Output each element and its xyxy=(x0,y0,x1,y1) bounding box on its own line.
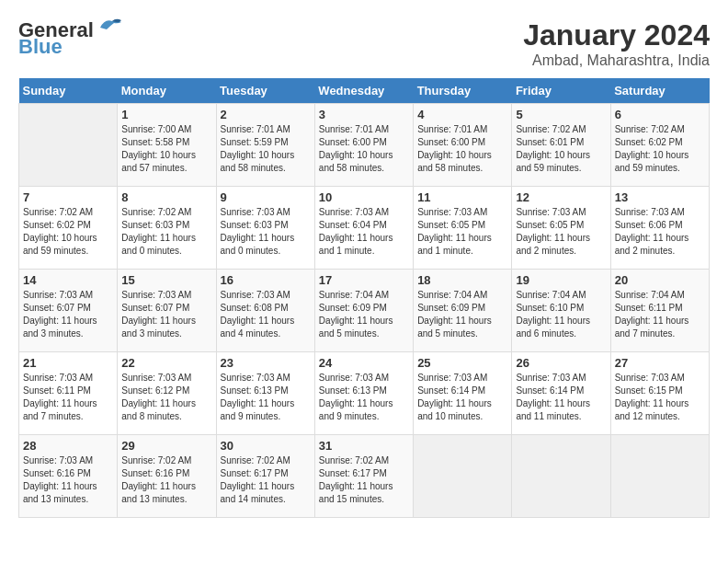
calendar-cell xyxy=(512,435,610,518)
calendar-cell: 9Sunrise: 7:03 AM Sunset: 6:03 PM Daylig… xyxy=(216,187,314,270)
day-info: Sunrise: 7:03 AM Sunset: 6:16 PM Dayligh… xyxy=(23,454,113,506)
day-info: Sunrise: 7:02 AM Sunset: 6:02 PM Dayligh… xyxy=(615,123,705,175)
location: Ambad, Maharashtra, India xyxy=(523,52,710,69)
day-number: 29 xyxy=(121,439,211,453)
calendar-cell: 12Sunrise: 7:03 AM Sunset: 6:05 PM Dayli… xyxy=(512,187,610,270)
day-number: 1 xyxy=(121,108,211,121)
day-info: Sunrise: 7:03 AM Sunset: 6:15 PM Dayligh… xyxy=(615,372,705,423)
calendar-cell: 25Sunrise: 7:03 AM Sunset: 6:14 PM Dayli… xyxy=(414,352,512,435)
calendar-week-row: 28Sunrise: 7:03 AM Sunset: 6:16 PM Dayli… xyxy=(19,435,710,518)
header-tuesday: Tuesday xyxy=(216,78,314,104)
calendar-cell: 26Sunrise: 7:03 AM Sunset: 6:14 PM Dayli… xyxy=(512,352,610,435)
day-number: 20 xyxy=(615,273,705,287)
day-number: 18 xyxy=(417,273,507,287)
day-info: Sunrise: 7:03 AM Sunset: 6:14 PM Dayligh… xyxy=(417,372,507,423)
day-number: 6 xyxy=(615,108,705,121)
day-info: Sunrise: 7:03 AM Sunset: 6:07 PM Dayligh… xyxy=(121,289,211,340)
day-info: Sunrise: 7:04 AM Sunset: 6:11 PM Dayligh… xyxy=(615,289,705,340)
day-number: 19 xyxy=(516,273,606,287)
day-info: Sunrise: 7:03 AM Sunset: 6:03 PM Dayligh… xyxy=(221,206,311,258)
calendar-cell: 8Sunrise: 7:02 AM Sunset: 6:03 PM Daylig… xyxy=(118,187,216,270)
day-number: 12 xyxy=(516,190,606,204)
day-info: Sunrise: 7:04 AM Sunset: 6:10 PM Dayligh… xyxy=(516,289,606,340)
calendar-cell: 7Sunrise: 7:02 AM Sunset: 6:02 PM Daylig… xyxy=(19,187,118,270)
day-info: Sunrise: 7:00 AM Sunset: 5:58 PM Dayligh… xyxy=(121,123,211,175)
calendar-cell: 22Sunrise: 7:03 AM Sunset: 6:12 PM Dayli… xyxy=(118,352,216,435)
calendar-cell: 11Sunrise: 7:03 AM Sunset: 6:05 PM Dayli… xyxy=(414,187,512,270)
calendar-cell: 21Sunrise: 7:03 AM Sunset: 6:11 PM Dayli… xyxy=(19,352,118,435)
day-number: 4 xyxy=(417,108,507,121)
calendar-cell: 24Sunrise: 7:03 AM Sunset: 6:13 PM Dayli… xyxy=(314,352,413,435)
calendar-table: SundayMondayTuesdayWednesdayThursdayFrid… xyxy=(18,78,710,518)
day-info: Sunrise: 7:03 AM Sunset: 6:13 PM Dayligh… xyxy=(319,372,409,423)
day-info: Sunrise: 7:03 AM Sunset: 6:07 PM Dayligh… xyxy=(23,289,113,340)
day-info: Sunrise: 7:03 AM Sunset: 6:11 PM Dayligh… xyxy=(23,372,113,423)
day-number: 14 xyxy=(23,273,113,287)
day-number: 9 xyxy=(221,190,311,204)
page-header: General Blue January 2024 Ambad, Maharas… xyxy=(18,18,710,69)
day-info: Sunrise: 7:03 AM Sunset: 6:04 PM Dayligh… xyxy=(319,206,409,258)
header-friday: Friday xyxy=(512,78,610,104)
day-info: Sunrise: 7:04 AM Sunset: 6:09 PM Dayligh… xyxy=(417,289,507,340)
day-number: 30 xyxy=(221,439,311,453)
calendar-cell xyxy=(19,104,118,187)
calendar-cell: 19Sunrise: 7:04 AM Sunset: 6:10 PM Dayli… xyxy=(512,270,610,352)
day-number: 13 xyxy=(615,190,705,204)
header-thursday: Thursday xyxy=(414,78,512,104)
day-info: Sunrise: 7:02 AM Sunset: 6:01 PM Dayligh… xyxy=(516,123,606,175)
day-number: 21 xyxy=(23,356,113,370)
header-wednesday: Wednesday xyxy=(314,78,413,104)
day-info: Sunrise: 7:03 AM Sunset: 6:12 PM Dayligh… xyxy=(121,372,211,423)
logo: General Blue xyxy=(18,18,123,59)
day-info: Sunrise: 7:03 AM Sunset: 6:08 PM Dayligh… xyxy=(221,289,311,340)
day-info: Sunrise: 7:03 AM Sunset: 6:14 PM Dayligh… xyxy=(516,372,606,423)
logo-blue: Blue xyxy=(18,35,63,59)
calendar-cell xyxy=(414,435,512,518)
day-info: Sunrise: 7:04 AM Sunset: 6:09 PM Dayligh… xyxy=(319,289,409,340)
month-title: January 2024 xyxy=(523,18,710,52)
calendar-cell: 17Sunrise: 7:04 AM Sunset: 6:09 PM Dayli… xyxy=(314,270,413,352)
calendar-cell: 5Sunrise: 7:02 AM Sunset: 6:01 PM Daylig… xyxy=(512,104,610,187)
calendar-cell: 14Sunrise: 7:03 AM Sunset: 6:07 PM Dayli… xyxy=(19,270,118,352)
day-number: 17 xyxy=(319,273,409,287)
calendar-cell: 30Sunrise: 7:02 AM Sunset: 6:17 PM Dayli… xyxy=(216,435,314,518)
calendar-cell: 31Sunrise: 7:02 AM Sunset: 6:17 PM Dayli… xyxy=(314,435,413,518)
day-number: 31 xyxy=(319,439,409,453)
day-info: Sunrise: 7:03 AM Sunset: 6:05 PM Dayligh… xyxy=(417,206,507,258)
calendar-cell: 1Sunrise: 7:00 AM Sunset: 5:58 PM Daylig… xyxy=(118,104,216,187)
calendar-cell: 3Sunrise: 7:01 AM Sunset: 6:00 PM Daylig… xyxy=(314,104,413,187)
calendar-week-row: 21Sunrise: 7:03 AM Sunset: 6:11 PM Dayli… xyxy=(19,352,710,435)
calendar-cell: 29Sunrise: 7:02 AM Sunset: 6:16 PM Dayli… xyxy=(118,435,216,518)
day-info: Sunrise: 7:01 AM Sunset: 6:00 PM Dayligh… xyxy=(417,123,507,175)
day-number: 23 xyxy=(221,356,311,370)
calendar-cell xyxy=(610,435,709,518)
calendar-cell: 2Sunrise: 7:01 AM Sunset: 5:59 PM Daylig… xyxy=(216,104,314,187)
day-info: Sunrise: 7:03 AM Sunset: 6:06 PM Dayligh… xyxy=(615,206,705,258)
day-number: 16 xyxy=(221,273,311,287)
day-info: Sunrise: 7:01 AM Sunset: 6:00 PM Dayligh… xyxy=(319,123,409,175)
day-number: 27 xyxy=(615,356,705,370)
day-number: 2 xyxy=(221,108,311,121)
calendar-cell: 13Sunrise: 7:03 AM Sunset: 6:06 PM Dayli… xyxy=(610,187,709,270)
calendar-cell: 15Sunrise: 7:03 AM Sunset: 6:07 PM Dayli… xyxy=(118,270,216,352)
calendar-header-row: SundayMondayTuesdayWednesdayThursdayFrid… xyxy=(19,78,710,104)
logo-bird-icon xyxy=(96,17,123,37)
day-number: 3 xyxy=(319,108,409,121)
day-info: Sunrise: 7:03 AM Sunset: 6:13 PM Dayligh… xyxy=(221,372,311,423)
day-info: Sunrise: 7:03 AM Sunset: 6:05 PM Dayligh… xyxy=(516,206,606,258)
day-number: 15 xyxy=(121,273,211,287)
day-number: 25 xyxy=(417,356,507,370)
day-number: 8 xyxy=(121,190,211,204)
calendar-cell: 4Sunrise: 7:01 AM Sunset: 6:00 PM Daylig… xyxy=(414,104,512,187)
day-number: 22 xyxy=(121,356,211,370)
day-info: Sunrise: 7:02 AM Sunset: 6:17 PM Dayligh… xyxy=(221,454,311,506)
calendar-week-row: 7Sunrise: 7:02 AM Sunset: 6:02 PM Daylig… xyxy=(19,187,710,270)
calendar-cell: 27Sunrise: 7:03 AM Sunset: 6:15 PM Dayli… xyxy=(610,352,709,435)
day-info: Sunrise: 7:02 AM Sunset: 6:17 PM Dayligh… xyxy=(319,454,409,506)
day-number: 26 xyxy=(516,356,606,370)
day-number: 5 xyxy=(516,108,606,121)
calendar-week-row: 14Sunrise: 7:03 AM Sunset: 6:07 PM Dayli… xyxy=(19,270,710,352)
calendar-cell: 16Sunrise: 7:03 AM Sunset: 6:08 PM Dayli… xyxy=(216,270,314,352)
day-info: Sunrise: 7:01 AM Sunset: 5:59 PM Dayligh… xyxy=(221,123,311,175)
day-number: 10 xyxy=(319,190,409,204)
